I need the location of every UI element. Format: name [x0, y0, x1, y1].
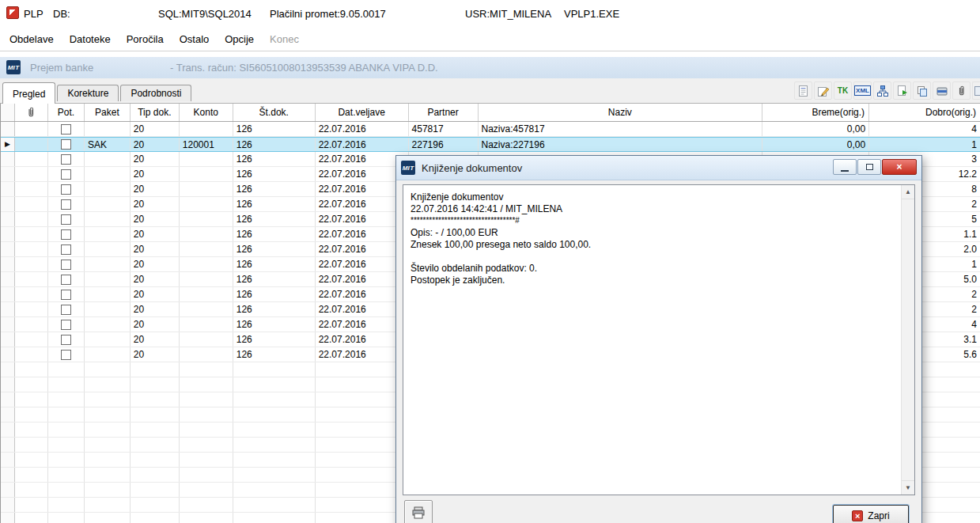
cell-pot[interactable] [48, 468, 85, 482]
cell-attach[interactable] [15, 468, 48, 482]
cell-dat_veljave[interactable] [316, 362, 409, 377]
cell-st_dok[interactable] [233, 362, 316, 377]
dialog-titlebar[interactable]: MIT Knjiženje dokumentov × [396, 156, 921, 180]
cell-pot[interactable] [48, 257, 85, 271]
cell-attach[interactable] [15, 423, 48, 437]
cell-dobro[interactable]: 4 [869, 122, 980, 136]
cell-paket[interactable] [85, 227, 131, 241]
cell-paket[interactable] [85, 438, 131, 452]
cell-konto[interactable] [180, 302, 233, 316]
pot-checkbox[interactable] [61, 154, 71, 165]
cell-tip_dok[interactable]: 20 [131, 212, 180, 226]
scroll-up-icon[interactable]: ▲ [902, 185, 914, 199]
cell-paket[interactable] [85, 197, 131, 211]
pot-checkbox[interactable] [61, 214, 71, 225]
cell-paket[interactable] [85, 513, 131, 523]
column-header-breme[interactable]: Breme(orig.) [762, 104, 869, 121]
cell-pot[interactable] [48, 407, 85, 422]
cell-konto[interactable] [180, 257, 233, 271]
cell-konto[interactable] [180, 167, 233, 181]
cell-attach[interactable] [15, 302, 48, 316]
cell-attach[interactable] [15, 257, 48, 271]
cell-dat_veljave[interactable]: 22.07.2016 [316, 347, 409, 362]
column-header-partner[interactable]: Partner [409, 104, 479, 121]
column-header-dat_veljave[interactable]: Dat.veljave [316, 104, 409, 121]
cell-paket[interactable] [85, 377, 131, 392]
column-header-pot[interactable]: Pot. [48, 104, 85, 121]
cell-st_dok[interactable]: 126 [233, 138, 316, 151]
cell-tip_dok[interactable]: 20 [131, 242, 180, 256]
tk-pos-icon[interactable]: TK [834, 81, 852, 100]
pot-checkbox[interactable] [61, 305, 71, 315]
scroll-down-icon[interactable]: ▼ [902, 480, 914, 495]
cell-tip_dok[interactable]: 20 [131, 152, 180, 166]
pot-checkbox[interactable] [61, 350, 71, 360]
cell-dat_veljave[interactable] [316, 423, 409, 437]
cell-paket[interactable] [85, 483, 131, 497]
tab-pregled[interactable]: Pregled [2, 82, 55, 104]
cell-paket[interactable] [85, 347, 131, 362]
menu-ostalo[interactable]: Ostalo [172, 30, 218, 48]
cell-paket[interactable]: SAK [85, 138, 131, 151]
column-header-gutter[interactable] [1, 104, 15, 121]
cell-pot[interactable] [48, 242, 85, 256]
attachment-icon[interactable] [952, 81, 971, 100]
cell-st_dok[interactable]: 126 [233, 212, 316, 226]
cell-st_dok[interactable] [233, 468, 316, 482]
storage-icon[interactable] [933, 81, 951, 100]
menu-opcije[interactable]: Opcije [217, 30, 262, 48]
pot-checkbox[interactable] [61, 199, 71, 210]
cell-konto[interactable] [180, 122, 233, 136]
tab-korekture[interactable]: Korekture [57, 85, 119, 101]
cell-attach[interactable] [15, 453, 48, 467]
cell-st_dok[interactable]: 126 [233, 302, 316, 316]
cell-st_dok[interactable] [233, 453, 316, 467]
cell-tip_dok[interactable]: 20 [131, 347, 180, 362]
cell-tip_dok[interactable]: 20 [131, 287, 180, 301]
cell-dat_veljave[interactable]: 22.07.2016 [316, 152, 409, 166]
cell-konto[interactable] [180, 513, 233, 523]
cell-st_dok[interactable] [233, 513, 316, 523]
cell-pot[interactable] [48, 498, 85, 512]
cell-st_dok[interactable]: 126 [233, 167, 316, 181]
cell-konto[interactable]: 120001 [180, 138, 233, 151]
cell-attach[interactable] [15, 438, 48, 452]
cell-tip_dok[interactable]: 20 [131, 332, 180, 347]
cell-tip_dok[interactable]: 20 [131, 257, 180, 271]
cell-st_dok[interactable]: 126 [233, 242, 316, 256]
cell-st_dok[interactable] [233, 423, 316, 437]
pot-checkbox[interactable] [61, 229, 71, 240]
cell-tip_dok[interactable]: 20 [131, 167, 180, 181]
pot-checkbox[interactable] [61, 335, 71, 345]
cell-tip_dok[interactable]: 20 [131, 227, 180, 241]
cell-pot[interactable] [48, 377, 85, 392]
cell-paket[interactable] [85, 272, 131, 286]
minimize-button[interactable] [833, 159, 857, 175]
cell-st_dok[interactable]: 126 [233, 347, 316, 362]
restore-button[interactable] [857, 159, 881, 175]
cell-dat_veljave[interactable] [316, 468, 409, 482]
cell-konto[interactable] [180, 498, 233, 512]
cell-paket[interactable] [85, 407, 131, 422]
cell-st_dok[interactable] [233, 438, 316, 452]
cell-pot[interactable] [48, 392, 85, 407]
cell-st_dok[interactable] [233, 483, 316, 497]
xml-icon[interactable]: XML [853, 81, 872, 100]
cell-attach[interactable] [15, 272, 48, 286]
cell-pot[interactable] [48, 438, 85, 452]
cell-tip_dok[interactable] [131, 483, 180, 497]
copy-icon[interactable] [913, 81, 931, 100]
cell-dat_veljave[interactable] [316, 453, 409, 467]
column-header-paket[interactable]: Paket [85, 104, 131, 121]
cell-paket[interactable] [85, 182, 131, 196]
cell-pot[interactable] [48, 362, 85, 377]
cell-attach[interactable] [15, 242, 48, 256]
cell-paket[interactable] [85, 257, 131, 271]
cell-paket[interactable] [85, 242, 131, 256]
cell-konto[interactable] [180, 377, 233, 392]
cell-tip_dok[interactable] [131, 392, 180, 407]
pot-checkbox[interactable] [61, 124, 71, 135]
cell-pot[interactable] [48, 272, 85, 286]
cell-pot[interactable] [48, 152, 85, 166]
cell-attach[interactable] [15, 167, 48, 181]
